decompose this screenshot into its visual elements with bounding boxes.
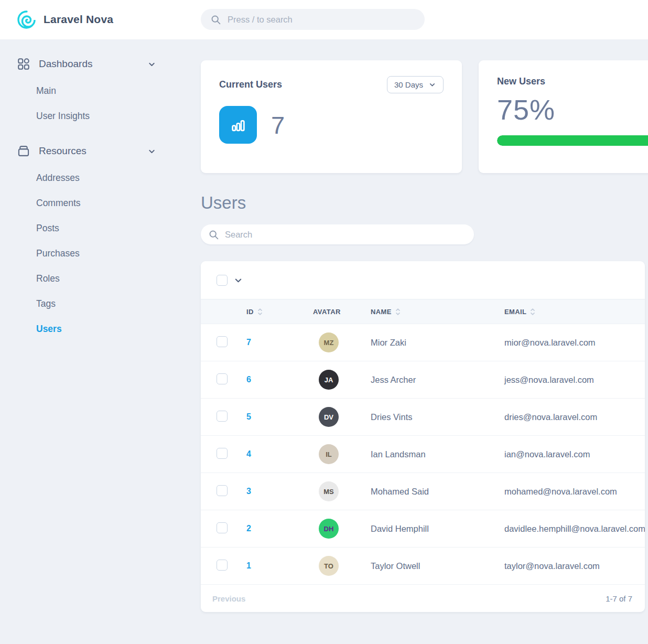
- column-header-avatar: AVATAR: [308, 308, 371, 316]
- page-title: Users: [201, 194, 648, 212]
- sidebar-item-addresses[interactable]: Addresses: [17, 165, 156, 190]
- row-email: mohamed@nova.laravel.com: [504, 487, 645, 497]
- resource-search-input[interactable]: [225, 230, 466, 240]
- select-all-checkbox[interactable]: [217, 275, 228, 286]
- sidebar-item-tags[interactable]: Tags: [17, 291, 156, 316]
- metric-title: Current Users: [219, 79, 282, 90]
- sidebar-item-comments[interactable]: Comments: [17, 190, 156, 216]
- global-search[interactable]: [201, 9, 425, 30]
- sidebar-resources-list: Addresses Comments Posts Purchases Roles…: [17, 165, 156, 341]
- sidebar-item-roles[interactable]: Roles: [17, 266, 156, 291]
- row-checkbox[interactable]: [217, 411, 228, 422]
- row-id-link[interactable]: 6: [237, 375, 308, 384]
- search-icon: [208, 229, 219, 240]
- table-row[interactable]: 6 JA Jess Archer jess@nova.laravel.com: [201, 361, 645, 398]
- row-id-link[interactable]: 2: [237, 524, 308, 533]
- current-users-card: Current Users 30 Days: [201, 60, 462, 173]
- sidebar-item-user-insights[interactable]: User Insights: [17, 103, 156, 128]
- sidebar-item-main[interactable]: Main: [17, 78, 156, 103]
- pagination-range: 1-7 of 7: [606, 594, 632, 603]
- brand-name: Laravel Nova: [44, 13, 113, 26]
- users-table-card: ID AVATAR NAME EMAIL: [201, 261, 645, 612]
- row-name: Mior Zaki: [371, 338, 504, 348]
- row-checkbox[interactable]: [217, 448, 228, 459]
- row-checkbox[interactable]: [217, 485, 228, 496]
- row-name: Jess Archer: [371, 375, 504, 385]
- row-name: Ian Landsman: [371, 449, 504, 459]
- sidebar: Dashboards Main User Insights Resources: [0, 39, 201, 355]
- row-id-link[interactable]: 7: [237, 338, 308, 347]
- row-name: Taylor Otwell: [371, 561, 504, 571]
- top-bar: Laravel Nova: [0, 0, 648, 39]
- row-id-link[interactable]: 4: [237, 449, 308, 459]
- row-email: ian@nova.laravel.com: [504, 449, 645, 459]
- avatar: DH: [319, 519, 339, 539]
- sidebar-item-posts[interactable]: Posts: [17, 216, 156, 241]
- bulk-actions-chevron-icon[interactable]: [233, 275, 243, 285]
- table-row[interactable]: 7 MZ Mior Zaki mior@nova.laravel.com: [201, 324, 645, 361]
- table-toolbar: [201, 261, 645, 299]
- grid-icon: [17, 57, 30, 71]
- avatar: MS: [319, 481, 339, 501]
- laravel-nova-logo-icon: [16, 9, 37, 30]
- table-row[interactable]: 2 DH David Hemphill davidlee.hemphill@no…: [201, 510, 645, 547]
- logo-swirl-path: [18, 12, 35, 28]
- row-email: mior@nova.laravel.com: [504, 338, 645, 348]
- main-content: Current Users 30 Days: [201, 39, 648, 612]
- table-row[interactable]: 1 TO Taylor Otwell taylor@nova.laravel.c…: [201, 547, 645, 584]
- row-checkbox[interactable]: [217, 560, 228, 571]
- sort-icon: [395, 308, 401, 316]
- sidebar-header-dashboards[interactable]: Dashboards: [17, 55, 156, 73]
- sidebar-section-resources: Resources Addresses Comments Posts Purch…: [17, 142, 156, 341]
- sidebar-section-dashboards: Dashboards Main User Insights: [17, 55, 156, 128]
- current-users-value: 7: [271, 111, 285, 139]
- avatar: TO: [319, 556, 339, 576]
- avatar: MZ: [319, 332, 339, 352]
- sort-icon: [257, 308, 263, 316]
- row-checkbox[interactable]: [217, 522, 228, 533]
- bar-chart-icon: [219, 106, 257, 144]
- row-name: Mohamed Said: [371, 487, 504, 497]
- sidebar-item-purchases[interactable]: Purchases: [17, 241, 156, 266]
- range-select[interactable]: 30 Days: [387, 76, 444, 93]
- row-email: jess@nova.laravel.com: [504, 375, 645, 385]
- sidebar-dashboards-list: Main User Insights: [17, 78, 156, 128]
- global-search-input[interactable]: [228, 15, 415, 25]
- table-row[interactable]: 3 MS Mohamed Said mohamed@nova.laravel.c…: [201, 473, 645, 510]
- table-row[interactable]: 5 DV Dries Vints dries@nova.laravel.com: [201, 398, 645, 435]
- column-header-email[interactable]: EMAIL: [504, 308, 645, 316]
- range-select-value: 30 Days: [394, 80, 423, 89]
- row-id-link[interactable]: 5: [237, 412, 308, 422]
- avatar: JA: [319, 370, 339, 390]
- row-email: davidlee.hemphill@nova.laravel.com: [504, 524, 645, 534]
- chevron-down-icon: [428, 81, 436, 89]
- row-id-link[interactable]: 1: [237, 561, 308, 571]
- resource-search[interactable]: [201, 224, 474, 244]
- sidebar-section-label: Dashboards: [39, 58, 147, 70]
- row-checkbox[interactable]: [217, 336, 228, 347]
- sidebar-item-users[interactable]: Users: [17, 316, 156, 341]
- collection-icon: [17, 144, 30, 158]
- previous-page-button[interactable]: Previous: [212, 594, 245, 603]
- progress-bar-fill: [497, 135, 648, 146]
- column-header-id[interactable]: ID: [237, 308, 308, 316]
- column-header-name[interactable]: NAME: [371, 308, 504, 316]
- avatar: DV: [319, 407, 339, 427]
- new-users-value: 75%: [497, 93, 648, 126]
- metric-title: New Users: [497, 76, 545, 87]
- brand[interactable]: Laravel Nova: [16, 9, 113, 30]
- row-checkbox[interactable]: [217, 373, 228, 384]
- row-name: Dries Vints: [371, 412, 504, 422]
- chevron-down-icon: [147, 147, 156, 156]
- sidebar-header-resources[interactable]: Resources: [17, 142, 156, 160]
- sidebar-section-label: Resources: [39, 145, 147, 157]
- row-email: taylor@nova.laravel.com: [504, 561, 645, 571]
- table-row[interactable]: 4 IL Ian Landsman ian@nova.laravel.com: [201, 435, 645, 473]
- metric-cards-row: Current Users 30 Days: [201, 60, 648, 173]
- table-footer: Previous 1-7 of 7: [201, 584, 645, 612]
- row-name: David Hemphill: [371, 524, 504, 534]
- row-id-link[interactable]: 3: [237, 487, 308, 496]
- sort-icon: [530, 308, 535, 316]
- avatar: IL: [319, 444, 339, 464]
- chevron-down-icon: [147, 60, 156, 69]
